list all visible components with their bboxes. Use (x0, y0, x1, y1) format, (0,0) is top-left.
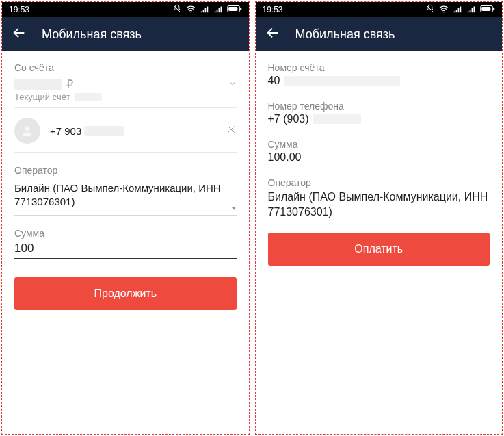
mute-icon (425, 4, 435, 16)
svg-rect-2 (228, 7, 237, 11)
form-content: Со счёта ₽ Текущий счёт +7 903 Оператор (2, 51, 249, 434)
account-selector[interactable]: ₽ (14, 77, 237, 90)
back-button[interactable] (265, 25, 280, 43)
phone-value: +7 (903) (268, 113, 490, 125)
sum-value: 100 (14, 242, 237, 255)
battery-icon (480, 5, 495, 15)
operator-label: Оператор (14, 165, 237, 176)
signal-icon (453, 4, 462, 16)
svg-rect-7 (481, 7, 490, 11)
status-bar: 19:53 (256, 2, 503, 17)
dropdown-triangle-icon (231, 207, 235, 211)
phone-number-display: +7 903 (50, 125, 216, 137)
sum-label: Сумма (268, 139, 490, 150)
operator-value: Билайн (ПАО Вымпел-Коммуникации, ИНН 771… (14, 181, 237, 209)
battery-icon (227, 5, 242, 15)
operator-select[interactable]: Билайн (ПАО Вымпел-Коммуникации, ИНН 771… (14, 179, 237, 216)
app-bar: Мобильная связь (2, 17, 249, 51)
account-number-value: 40 (268, 75, 490, 87)
svg-point-5 (443, 11, 445, 12)
svg-point-0 (190, 11, 191, 12)
phone-suffix-redacted (84, 126, 124, 136)
signal-icon-2 (466, 4, 476, 16)
contact-avatar-icon (14, 118, 40, 144)
operator-value: Билайн (ПАО Вымпел-Коммуникации, ИНН 771… (268, 190, 490, 219)
page-title: Мобильная связь (295, 27, 395, 42)
app-bar: Мобильная связь (256, 17, 503, 51)
account-number-redacted (75, 93, 102, 101)
confirm-content: Номер счёта 40 Номер телефона +7 (903) С… (256, 51, 503, 434)
status-time: 19:53 (263, 5, 283, 14)
svg-rect-3 (240, 7, 241, 10)
phone-input-row[interactable]: +7 903 (14, 118, 237, 153)
svg-rect-8 (493, 7, 494, 10)
status-bar: 19:53 (2, 2, 249, 17)
chevron-down-icon (228, 78, 237, 90)
signal-icon (200, 4, 209, 16)
account-type-row: Текущий счёт (14, 92, 237, 102)
from-account-label: Со счёта (14, 62, 237, 73)
status-time: 19:53 (9, 5, 29, 14)
account-type-label: Текущий счёт (14, 92, 70, 102)
phone-screen-right: 19:53 Мобильная связь Номер счёта 40 Ном… (255, 1, 503, 435)
back-button[interactable] (12, 25, 27, 43)
clear-button[interactable] (226, 124, 237, 138)
svg-point-4 (25, 126, 30, 131)
phone-label: Номер телефона (268, 101, 490, 112)
divider (14, 107, 237, 108)
sum-input[interactable]: 100 (14, 242, 237, 259)
account-number-redacted (284, 76, 400, 86)
sum-value: 100.00 (268, 151, 490, 164)
page-title: Мобильная связь (42, 27, 142, 42)
pay-button[interactable]: Оплатить (268, 233, 490, 266)
wifi-icon (186, 4, 196, 16)
operator-label: Оператор (268, 177, 490, 188)
account-balance-redacted (14, 79, 62, 90)
sum-label: Сумма (14, 228, 237, 239)
continue-button[interactable]: Продолжить (14, 277, 237, 310)
phone-suffix-redacted (313, 114, 361, 124)
currency-sign: ₽ (66, 77, 73, 90)
mute-icon (172, 4, 182, 16)
phone-screen-left: 19:53 Мобильная связь Со счёта ₽ Текущий… (1, 1, 250, 435)
signal-icon-2 (213, 4, 223, 16)
wifi-icon (439, 4, 449, 16)
account-number-label: Номер счёта (268, 62, 490, 73)
